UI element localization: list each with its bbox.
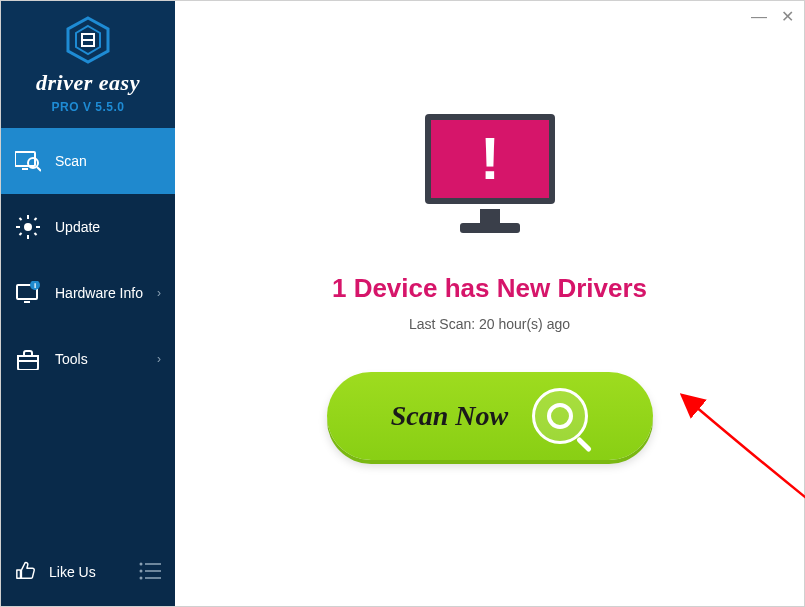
- svg-rect-13: [34, 217, 38, 221]
- last-scan-text: Last Scan: 20 hour(s) ago: [327, 316, 653, 332]
- nav-item-scan[interactable]: Scan: [1, 128, 175, 194]
- main-panel: — ✕ ! 1 Device has New Drivers Last Scan…: [175, 1, 804, 606]
- nav-label: Tools: [55, 351, 88, 367]
- svg-rect-16: [24, 301, 30, 303]
- nav-label: Scan: [55, 153, 87, 169]
- scan-button-label: Scan Now: [391, 400, 508, 432]
- sidebar-nav: Scan Upd: [1, 128, 175, 538]
- chevron-right-icon: ›: [157, 352, 161, 366]
- status-title: 1 Device has New Drivers: [327, 273, 653, 304]
- svg-rect-8: [27, 235, 29, 239]
- svg-text:i: i: [34, 281, 36, 290]
- svg-text:!: !: [480, 125, 500, 192]
- monitor-info-icon: i: [15, 281, 41, 305]
- monitor-search-icon: [15, 150, 41, 172]
- chevron-right-icon: ›: [157, 286, 161, 300]
- svg-rect-9: [16, 226, 20, 228]
- svg-point-28: [140, 576, 143, 579]
- nav-label: Update: [55, 219, 100, 235]
- gear-icon: [15, 215, 41, 239]
- nav-item-update[interactable]: Update: [1, 194, 175, 260]
- svg-point-24: [140, 562, 143, 565]
- menu-list-icon[interactable]: [139, 562, 161, 583]
- status-hero: ! 1 Device has New Drivers Last Scan: 20…: [327, 109, 653, 460]
- svg-rect-11: [19, 217, 23, 221]
- close-button[interactable]: ✕: [781, 9, 794, 25]
- svg-rect-32: [480, 209, 500, 223]
- annotation-arrow: [680, 391, 805, 511]
- sidebar: driver easy PRO V 5.5.0 Scan: [1, 1, 175, 606]
- app-window: driver easy PRO V 5.5.0 Scan: [0, 0, 805, 607]
- svg-line-5: [37, 167, 41, 171]
- svg-rect-12: [34, 232, 38, 236]
- nav-item-tools[interactable]: Tools ›: [1, 326, 175, 392]
- brand-area: driver easy PRO V 5.5.0: [1, 1, 175, 128]
- nav-label: Hardware Info: [55, 285, 143, 301]
- svg-rect-33: [460, 223, 520, 233]
- toolbox-icon: [15, 348, 41, 370]
- svg-rect-7: [27, 215, 29, 219]
- sidebar-footer: Like Us: [1, 538, 175, 606]
- nav-item-hardware-info[interactable]: i Hardware Info ›: [1, 260, 175, 326]
- thumbs-up-icon[interactable]: [15, 560, 37, 585]
- svg-rect-14: [19, 232, 23, 236]
- search-icon: [532, 388, 588, 444]
- svg-rect-3: [22, 168, 28, 170]
- brand-version: PRO V 5.5.0: [1, 100, 175, 114]
- minimize-button[interactable]: —: [751, 9, 767, 25]
- svg-point-26: [140, 569, 143, 572]
- monitor-alert-icon: !: [415, 109, 565, 243]
- brand-name: driver easy: [1, 70, 175, 96]
- brand-logo: [64, 16, 112, 64]
- svg-rect-10: [36, 226, 40, 228]
- window-controls: — ✕: [751, 9, 794, 25]
- svg-point-6: [24, 223, 32, 231]
- scan-now-button[interactable]: Scan Now: [327, 372, 653, 460]
- like-us-label[interactable]: Like Us: [49, 564, 96, 580]
